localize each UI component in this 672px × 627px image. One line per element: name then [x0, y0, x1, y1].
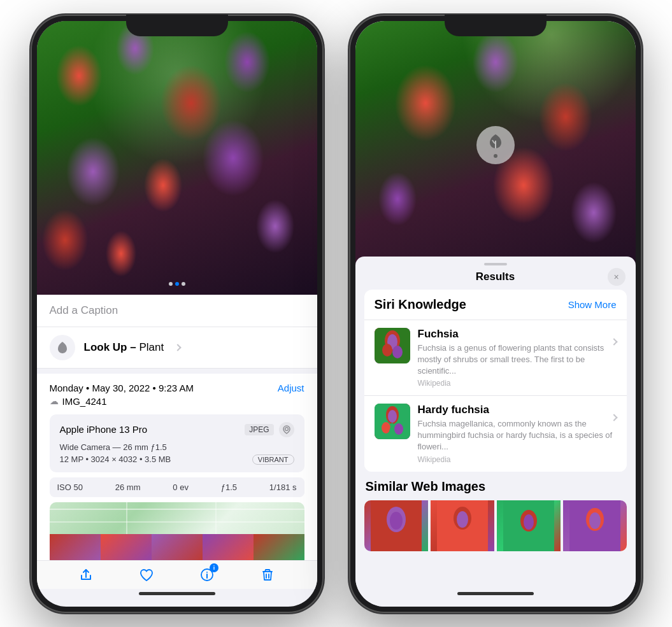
- delete-button[interactable]: [259, 566, 276, 584]
- location-icon: [279, 422, 294, 437]
- lookup-icon: [50, 335, 75, 360]
- right-phone-screen: Results × Siri Knowledge Show More: [355, 21, 636, 607]
- lookup-indicator-dot: [494, 154, 497, 158]
- svg-point-24: [589, 512, 601, 529]
- lookup-chevron: [174, 344, 181, 351]
- knowledge-item-fuchsia[interactable]: Fuchsia Fuchsia is a genus of flowering …: [364, 320, 627, 396]
- left-phone-screen: Add a Caption Look Up – Plant: [37, 21, 317, 607]
- visual-lookup-screen: Results × Siri Knowledge Show More: [355, 21, 636, 607]
- device-badges: JPEG: [245, 422, 294, 437]
- map-road-h2: [50, 521, 304, 523]
- share-button[interactable]: [77, 566, 95, 584]
- hardy-content: Hardy fuchsia Fuchsia magellanica, commo…: [418, 404, 617, 464]
- camera-details: Wide Camera — 26 mm ƒ1.5: [60, 442, 294, 452]
- map-road-h: [50, 509, 304, 510]
- ev-value: 0 ev: [173, 483, 189, 492]
- favorite-button[interactable]: [138, 566, 155, 584]
- info-badge: i: [210, 563, 218, 572]
- cloud-icon: ☁: [50, 396, 59, 406]
- svg-point-6: [382, 344, 392, 356]
- svg-point-15: [390, 512, 403, 530]
- similar-image-1[interactable]: [364, 500, 428, 551]
- left-phone-frame: Add a Caption Look Up – Plant: [31, 15, 324, 613]
- lookup-row[interactable]: Look Up – Plant: [37, 327, 317, 369]
- device-section: Apple iPhone 13 Pro JPEG Wide Camera — 2…: [50, 414, 304, 472]
- show-more-button[interactable]: Show More: [568, 299, 617, 310]
- right-photo-display: [355, 21, 636, 295]
- right-phone-frame: Results × Siri Knowledge Show More: [349, 15, 642, 613]
- fuchsia-thumb-image: [375, 328, 410, 363]
- caption-placeholder[interactable]: Add a Caption: [50, 304, 118, 316]
- hardy-source: Wikipedia: [418, 455, 617, 464]
- svg-point-18: [457, 511, 468, 528]
- flower-image: [37, 21, 317, 295]
- sheet-header: Results ×: [355, 271, 636, 290]
- lookup-label: Look Up – Plant: [84, 341, 164, 354]
- page-dot-2: [175, 282, 179, 286]
- caption-area[interactable]: Add a Caption: [37, 295, 317, 327]
- home-indicator-left: [139, 592, 215, 595]
- focal-value: 26 mm: [115, 483, 141, 492]
- info-button[interactable]: i: [198, 566, 216, 584]
- siri-knowledge-section: Siri Knowledge Show More: [364, 290, 627, 472]
- sheet-title: Results: [476, 271, 515, 283]
- bottom-toolbar: i: [37, 560, 317, 589]
- similar-image-3[interactable]: [497, 500, 561, 551]
- vibrant-badge: VIBRANT: [252, 454, 294, 465]
- home-indicator-right: [457, 592, 534, 595]
- page-indicator: [37, 277, 317, 291]
- leaf-icon: [55, 341, 69, 355]
- svg-point-0: [285, 427, 288, 430]
- hardy-thumbnail: [375, 404, 410, 439]
- aperture-value: ƒ1.5: [221, 483, 237, 492]
- svg-point-21: [524, 514, 534, 530]
- siri-section-title: Siri Knowledge: [375, 297, 466, 312]
- adjust-button[interactable]: Adjust: [278, 383, 304, 393]
- similar-section-title: Similar Web Images: [364, 479, 627, 500]
- siri-section-header: Siri Knowledge Show More: [364, 290, 627, 320]
- similar-image-2[interactable]: [431, 500, 494, 551]
- visual-lookup-leaf-icon: [485, 132, 506, 152]
- shutter-value: 1/181 s: [269, 483, 297, 492]
- results-sheet[interactable]: Results × Siri Knowledge Show More: [355, 257, 636, 607]
- metadata-section: Monday • May 30, 2022 • 9:23 AM Adjust ☁…: [37, 374, 317, 566]
- device-name: Apple iPhone 13 Pro: [60, 424, 148, 435]
- fuchsia-description: Fuchsia is a genus of flowering plants t…: [418, 342, 617, 377]
- svg-point-7: [392, 346, 403, 358]
- hardy-thumb-image: [375, 404, 410, 439]
- jpeg-badge: JPEG: [245, 424, 273, 435]
- photo-display[interactable]: [37, 21, 317, 295]
- fuchsia-content: Fuchsia Fuchsia is a genus of flowering …: [418, 328, 617, 388]
- hardy-description: Fuchsia magellanica, commonly known as t…: [418, 418, 617, 453]
- photo-date: Monday • May 30, 2022 • 9:23 AM: [50, 383, 194, 393]
- svg-point-2: [206, 572, 208, 573]
- resolution-text: 12 MP • 3024 × 4032 • 3.5 MB: [60, 454, 171, 464]
- similar-image-4[interactable]: [563, 500, 627, 551]
- similar-images-section: Similar Web Images: [364, 479, 627, 551]
- similar-images-grid: [364, 500, 627, 551]
- sheet-drag-handle[interactable]: [484, 263, 507, 265]
- svg-point-12: [394, 423, 403, 435]
- svg-point-10: [388, 410, 397, 423]
- photos-detail-screen: Add a Caption Look Up – Plant: [37, 21, 317, 607]
- iso-value: ISO 50: [57, 483, 83, 492]
- fuchsia-thumbnail: [375, 328, 410, 363]
- sheet-close-button[interactable]: ×: [608, 268, 626, 286]
- lookup-prefix: Look Up –: [84, 341, 139, 353]
- exif-row: ISO 50 26 mm 0 ev ƒ1.5 1/181 s: [50, 477, 304, 497]
- fuchsia-title: Fuchsia: [418, 328, 617, 341]
- page-dot-3: [182, 282, 185, 286]
- visual-lookup-button[interactable]: [476, 126, 515, 164]
- fuchsia-source: Wikipedia: [418, 379, 617, 388]
- lookup-subject: Plant: [139, 341, 164, 353]
- filename: IMG_4241: [62, 396, 107, 407]
- map-preview[interactable]: [50, 502, 304, 566]
- page-dot-1: [169, 282, 173, 286]
- knowledge-item-hardy[interactable]: Hardy fuchsia Fuchsia magellanica, commo…: [364, 395, 627, 472]
- hardy-title: Hardy fuchsia: [418, 404, 617, 416]
